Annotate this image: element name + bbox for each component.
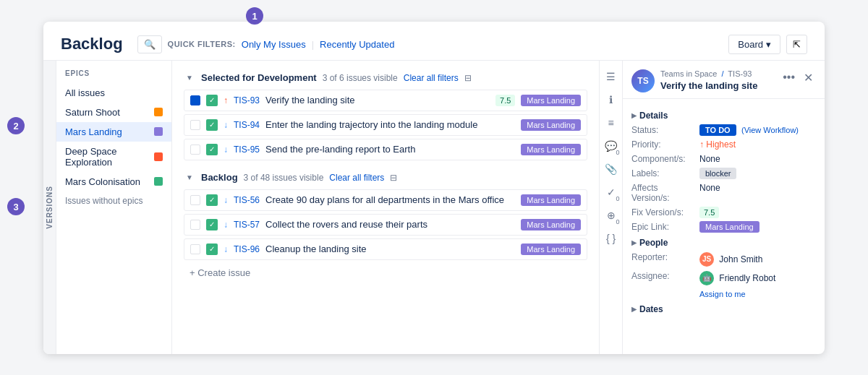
issue-row-tis94[interactable]: ✓ ↓ TIS-94 Enter the landing trajectory … <box>184 114 587 136</box>
backlog-grid-icon: ⊟ <box>390 173 397 183</box>
selected-dev-count: 3 of 6 issues visible <box>323 73 398 83</box>
issue-checkbox-tis94[interactable] <box>190 120 200 130</box>
side-icon-tasks[interactable]: ✓ 0 <box>601 182 621 202</box>
quick-filters-label: QUICK FILTERS: <box>168 40 236 48</box>
sidebar-item-mars-colonisation[interactable]: Mars Colonisation <box>56 172 171 191</box>
collapse-button[interactable]: ⇱ <box>786 35 807 54</box>
issue-checkbox-tis96[interactable] <box>190 244 200 254</box>
side-icon-checklist[interactable]: ☰ <box>601 66 621 87</box>
selected-dev-clear-filters[interactable]: Clear all filters <box>404 73 459 83</box>
sidebar-no-epic[interactable]: Issues without epics <box>56 191 171 210</box>
components-label: Component/s: <box>631 154 697 164</box>
board-button[interactable]: Board ▾ <box>728 35 780 54</box>
assignee-name: Friendly Robot <box>719 272 775 283</box>
issue-key-tis93: TIS-93 <box>234 95 260 105</box>
priority-tis57: ↓ <box>224 220 228 230</box>
status-badge[interactable]: TO DO <box>699 124 736 136</box>
versions-tab[interactable]: VERSIONS <box>43 61 56 354</box>
epic-link-badge[interactable]: Mars Landing <box>699 221 760 233</box>
issue-type-tis57: ✓ <box>206 219 218 230</box>
backlog-section: ▼ Backlog 3 of 48 issues visible Clear a… <box>184 172 587 283</box>
assignee-avatar: 🤖 <box>699 271 714 285</box>
issue-row-tis95[interactable]: ✓ ↓ TIS-95 Send the pre-landing report t… <box>184 139 587 160</box>
issue-epic-tis95: Mars Landing <box>521 144 581 155</box>
detail-panel: TS Teams in Space / TIS-93 Verify the la… <box>622 61 825 354</box>
sidebar-all-issues[interactable]: All issues <box>56 83 171 103</box>
side-icon-comment[interactable]: 💬 0 <box>601 136 621 156</box>
issue-key-tis96: TIS-96 <box>234 244 260 254</box>
side-icon-code[interactable]: { } <box>601 228 621 249</box>
detail-row-labels: Labels: blocker <box>631 168 816 178</box>
issue-row-tis56[interactable]: ✓ ↓ TIS-56 Create 90 day plans for all d… <box>184 189 587 211</box>
side-icon-description[interactable]: ≡ <box>601 113 621 133</box>
reporter-label: Reporter: <box>631 252 697 262</box>
backlog-header: ▼ Backlog 3 of 48 issues visible Clear a… <box>184 172 587 184</box>
issue-key-tis94: TIS-94 <box>234 120 260 130</box>
header-right: Board ▾ ⇱ <box>728 35 807 54</box>
issue-epic-tis93: Mars Landing <box>521 95 581 106</box>
selected-dev-title: Selected for Development <box>201 72 317 83</box>
sidebar-item-mars-landing[interactable]: Mars Landing <box>56 122 171 142</box>
epic-link-value: Mars Landing <box>699 222 816 232</box>
issue-checkbox-tis95[interactable] <box>190 145 200 155</box>
issue-epic-tis94: Mars Landing <box>521 119 581 131</box>
backlog-toggle[interactable]: ▼ <box>184 172 195 184</box>
epic-link-label: Epic Link: <box>631 222 697 232</box>
reporter-value: JS John Smith <box>699 252 816 267</box>
fix-version-label: Fix Version/s: <box>631 207 697 217</box>
issue-epic-tis96: Mars Landing <box>521 243 581 255</box>
backlog-count: 3 of 48 issues visible <box>244 173 324 183</box>
create-issue-btn[interactable]: + Create issue <box>184 263 587 283</box>
issue-epic-tis57: Mars Landing <box>521 219 581 230</box>
more-actions-btn[interactable]: ••• <box>780 69 798 85</box>
components-count: 0 <box>616 218 619 225</box>
callout-3: 3 <box>7 198 25 215</box>
side-icon-attachment[interactable]: 📎 <box>601 159 621 179</box>
breadcrumb-project[interactable]: Teams in Space <box>660 69 717 78</box>
close-detail-btn[interactable]: ✕ <box>801 69 816 86</box>
assignee-label: Assignee: <box>631 271 697 281</box>
filter-bar: 🔍 QUICK FILTERS: Only My Issues | Recent… <box>137 35 395 53</box>
sidebar-item-saturn-shoot[interactable]: Saturn Shoot <box>56 103 171 122</box>
issue-epic-tis56: Mars Landing <box>521 194 581 206</box>
detail-row-assign-me: Assign to me <box>631 290 816 298</box>
saturn-shoot-dot <box>154 108 163 116</box>
backlog-clear-filters[interactable]: Clear all filters <box>329 173 384 183</box>
detail-row-affects: Affects Version/s: None <box>631 183 816 203</box>
reporter-avatar: JS <box>699 252 714 267</box>
callout-2: 2 <box>7 117 25 134</box>
filter-recently-updated[interactable]: Recently Updated <box>320 39 394 50</box>
main-card: Backlog 🔍 QUICK FILTERS: Only My Issues … <box>43 22 825 354</box>
issue-checkbox-tis93[interactable] <box>190 95 200 105</box>
issue-type-tis94: ✓ <box>206 119 218 131</box>
issue-checkbox-tis57[interactable] <box>190 220 200 230</box>
selected-dev-toggle[interactable]: ▼ <box>184 72 195 84</box>
issue-summary-tis94: Enter the landing trajectory into the la… <box>265 119 515 130</box>
issue-summary-tis56: Create 90 day plans for all departments … <box>265 194 515 205</box>
detail-body: Details Status: TO DO (View Workflow) Pr… <box>623 99 825 354</box>
assign-to-me-link[interactable]: Assign to me <box>699 290 746 298</box>
issue-checkbox-tis56[interactable] <box>190 195 200 205</box>
view-workflow[interactable]: (View Workflow) <box>741 126 799 134</box>
sidebar-item-deep-space[interactable]: Deep Space Exploration <box>56 142 171 172</box>
issue-row-tis57[interactable]: ✓ ↓ TIS-57 Collect the rovers and reuse … <box>184 214 587 236</box>
issue-row-tis93[interactable]: ✓ ↑ TIS-93 Verify the landing site 7.5 M… <box>184 90 587 111</box>
issue-type-tis95: ✓ <box>206 144 218 155</box>
priority-tis96: ↓ <box>224 244 228 254</box>
issue-summary-tis93: Verify the landing site <box>265 95 490 105</box>
epics-label: EPICS <box>56 69 171 83</box>
fix-version-badge[interactable]: 7.5 <box>699 207 719 218</box>
selected-dev-section: ▼ Selected for Development 3 of 6 issues… <box>184 72 587 160</box>
breadcrumb-issue[interactable]: TIS-93 <box>728 69 752 78</box>
side-icon-info[interactable]: ℹ <box>601 90 621 110</box>
labels-badge[interactable]: blocker <box>699 168 736 179</box>
issue-row-tis96[interactable]: ✓ ↓ TIS-96 Cleanup the landing site Mars… <box>184 238 587 260</box>
page-title: Backlog <box>61 35 123 53</box>
collapse-icon: ⇱ <box>793 39 801 50</box>
side-icons: ☰ ℹ ≡ 💬 0 📎 ✓ 0 ⊕ 0 { } <box>599 61 622 354</box>
search-box[interactable]: 🔍 <box>137 35 162 53</box>
filter-my-issues[interactable]: Only My Issues <box>242 39 306 50</box>
mars-colonisation-dot <box>154 177 163 186</box>
side-icon-components[interactable]: ⊕ 0 <box>601 205 621 225</box>
sidebar: EPICS All issues Saturn Shoot Mars Landi… <box>56 61 172 354</box>
